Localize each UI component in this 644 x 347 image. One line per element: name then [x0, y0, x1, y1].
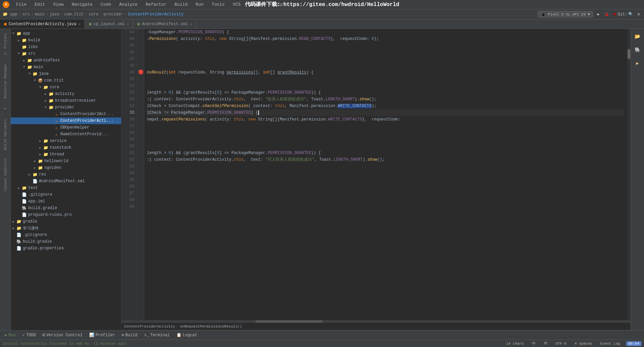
- tree-activity[interactable]: ▶ 📁 activity: [11, 91, 121, 97]
- tree-comttit[interactable]: ▼ 📦 com.ttit: [11, 77, 121, 84]
- expand-arrow[interactable]: ▶: [11, 227, 16, 230]
- tree-main[interactable]: ▼ 📁 main: [11, 64, 121, 70]
- tree-namecontentprovider[interactable]: ☕ NameContentProvid...: [11, 131, 121, 138]
- breadcrumb-class[interactable]: ContentProviderActivity: [124, 325, 175, 329]
- tree-contentprovideractivity[interactable]: ☕ ContentProviderActi...: [11, 117, 121, 124]
- expand-arrow[interactable]: ▶: [38, 146, 43, 150]
- tree-xgvideo[interactable]: ▶ 📁 xgvideo: [11, 164, 121, 171]
- tree-contentprovider2[interactable]: ☕ ContentProvider2Act...: [11, 111, 121, 117]
- bc-src[interactable]: src: [22, 12, 30, 17]
- build-button[interactable]: ⚙ Build: [120, 332, 140, 338]
- menu-navigate[interactable]: Navigate: [70, 1, 94, 8]
- menu-build[interactable]: Build: [173, 1, 189, 8]
- tree-gitignore-root[interactable]: 📄 .gitignore: [11, 232, 121, 238]
- tab-close-btn[interactable]: ✕: [78, 22, 80, 26]
- tree-build[interactable]: ▶ 📁 build: [11, 37, 121, 44]
- terminal-button[interactable]: >_ Terminal: [142, 332, 172, 338]
- run-icon[interactable]: ▶: [596, 12, 601, 17]
- profiler-button[interactable]: 📊 Profiler: [87, 332, 117, 338]
- expand-arrow[interactable]: ▼: [32, 79, 38, 82]
- expand-arrow[interactable]: ▼: [38, 86, 43, 89]
- tab-close-btn[interactable]: ✕: [190, 22, 192, 26]
- logcat-button[interactable]: 📋 Logcat: [174, 332, 199, 338]
- run-button[interactable]: ▶ Run: [3, 332, 18, 338]
- expand-arrow[interactable]: ▶: [11, 220, 16, 224]
- tree-libs[interactable]: 📁 libs: [11, 44, 121, 50]
- todo-button[interactable]: ✓ TODO: [20, 332, 38, 338]
- expand-arrow[interactable]: ▶: [16, 186, 21, 190]
- debug-icon[interactable]: 🐞: [604, 12, 609, 17]
- bc-app[interactable]: 📁 app: [3, 12, 17, 17]
- expand-arrow[interactable]: ▶: [32, 166, 38, 170]
- tree-java[interactable]: ▼ 📁 java: [11, 70, 121, 77]
- layout-captures-icon[interactable]: Layout Captures: [3, 157, 7, 193]
- tree-thread[interactable]: ▶ 📁 thread: [11, 151, 121, 158]
- settings-icon[interactable]: ⚙: [636, 12, 641, 17]
- favorites-icon[interactable]: ★: [3, 105, 7, 112]
- event-log-btn[interactable]: Event Log: [598, 341, 622, 346]
- bc-current[interactable]: ContentProviderActivity: [128, 12, 184, 17]
- code-editor[interactable]: 43 44 45 46 47 48 49 50 51 52 53 54 55 5…: [121, 29, 631, 320]
- expand-arrow[interactable]: ▶: [43, 99, 48, 103]
- expand-arrow[interactable]: ▶: [16, 39, 21, 42]
- expand-arrow[interactable]: ▶: [27, 173, 32, 177]
- expand-arrow[interactable]: ▶: [38, 139, 43, 143]
- menu-file[interactable]: File: [15, 1, 28, 8]
- tab-android-manifest[interactable]: AndroidManifest.xml ✕: [133, 19, 196, 29]
- tree-src[interactable]: ▼ 📁 src: [11, 50, 121, 57]
- play-icon[interactable]: ▶: [633, 58, 642, 68]
- tree-app-iml[interactable]: 📄 app.iml: [11, 198, 121, 205]
- tree-dbopenhelper[interactable]: ☕ DBOpenHelper: [11, 124, 121, 131]
- expand-arrow[interactable]: ▶: [43, 92, 48, 96]
- tree-test[interactable]: ▶ 📁 test: [11, 185, 121, 191]
- expand-arrow[interactable]: ▶: [38, 153, 43, 156]
- tree-app[interactable]: ▼ 📁 app: [11, 30, 121, 37]
- tree-res[interactable]: ▶ 📁 res: [11, 171, 121, 178]
- menu-analyze[interactable]: Analyze: [118, 1, 139, 8]
- menu-vcs[interactable]: VCS: [231, 1, 242, 8]
- tab-cp-layout[interactable]: cp_layout.xml ✕: [85, 19, 133, 29]
- tree-gradle[interactable]: ▶ 📁 gradle: [11, 218, 121, 225]
- menu-view[interactable]: View: [52, 1, 65, 8]
- menu-code[interactable]: Code: [99, 1, 112, 8]
- expand-arrow[interactable]: ▼: [43, 106, 48, 109]
- menu-tools[interactable]: Tools: [210, 1, 226, 8]
- version-control-button[interactable]: ⑆ Version Control: [41, 332, 85, 338]
- code-content[interactable]: :kageManager.PERMISSION_GRANTED) { :Perm…: [144, 29, 627, 320]
- tree-helloworld[interactable]: ▶ 📁 helloworld: [11, 158, 121, 164]
- expand-arrow[interactable]: ▼: [21, 65, 27, 69]
- tree-proguard[interactable]: 📄 proguard-rules.pro: [11, 211, 121, 218]
- bc-core[interactable]: core: [89, 12, 99, 17]
- git-icon[interactable]: Git:: [620, 12, 625, 17]
- tree-core[interactable]: ▼ 📁 core: [11, 84, 121, 91]
- tree-gitignore-app[interactable]: 📄 .gitignore: [11, 191, 121, 198]
- expand-arrow[interactable]: ▼: [11, 32, 16, 35]
- tree-androidtest[interactable]: ▶ 📁 androidTest: [11, 57, 121, 64]
- gutter-breakpoint-49[interactable]: 🔴: [138, 69, 144, 76]
- bc-com[interactable]: com.ttit: [64, 12, 84, 17]
- expand-arrow[interactable]: ▶: [32, 159, 38, 163]
- tab-close-btn[interactable]: ✕: [127, 22, 129, 26]
- menu-edit[interactable]: Edit: [33, 1, 46, 8]
- lang-mode-half[interactable]: 半: [542, 341, 549, 346]
- indent-btn[interactable]: 4 spaces: [573, 341, 594, 346]
- resource-manager-icon[interactable]: Resource Manager: [3, 62, 7, 100]
- build-variants-icon[interactable]: Build Variants: [3, 118, 7, 151]
- device-selector[interactable]: 📱 Pixel 3 XL API 29 ▼: [538, 11, 593, 17]
- tree-taskstack[interactable]: ▶ 📁 taskstack: [11, 144, 121, 151]
- expand-arrow[interactable]: ▶: [21, 59, 27, 62]
- tree-build-gradle-app[interactable]: 🐘 build.gradle: [11, 205, 121, 211]
- tree-service[interactable]: ▶ 📁 service: [11, 138, 121, 144]
- lang-mode-cn[interactable]: 中: [530, 341, 538, 346]
- tree-provider[interactable]: ▼ 📁 provider: [11, 104, 121, 111]
- bc-provider[interactable]: provider: [104, 12, 123, 17]
- char-count[interactable]: 14 chars: [504, 341, 526, 346]
- horizontal-scrollbar[interactable]: [121, 320, 631, 323]
- menu-refactor[interactable]: Refactor: [144, 1, 168, 8]
- expand-arrow[interactable]: ▼: [27, 72, 32, 76]
- tree-broadcastreceiver[interactable]: ▶ 📁 broadcastreceiver: [11, 97, 121, 104]
- menu-run[interactable]: Run: [194, 1, 205, 8]
- tree-study-material[interactable]: ▶ 📁 学习课件: [11, 225, 121, 232]
- stop-icon[interactable]: ■: [612, 12, 617, 17]
- bc-main[interactable]: main: [35, 12, 45, 17]
